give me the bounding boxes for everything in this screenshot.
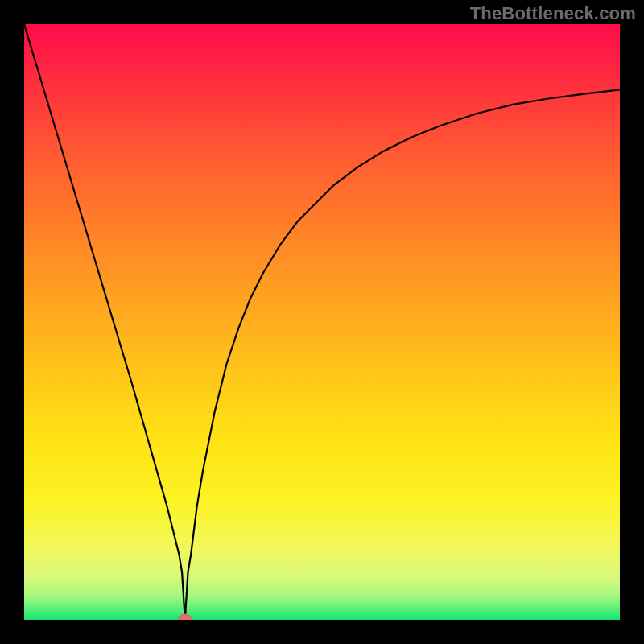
plot-gradient-background xyxy=(24,24,620,620)
chart-frame: TheBottleneck.com xyxy=(0,0,644,644)
watermark-label: TheBottleneck.com xyxy=(470,3,636,24)
